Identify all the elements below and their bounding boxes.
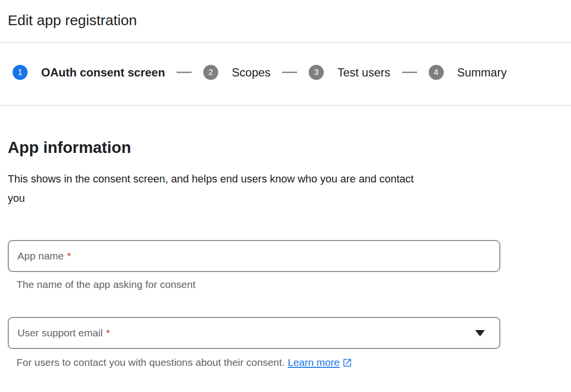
app-name-input[interactable]: App name * (8, 240, 500, 272)
step-1-number-badge: 1 (13, 65, 28, 80)
page-title: Edit app registration (8, 12, 563, 29)
stepper-step-oauth-consent-screen[interactable]: 1 OAuth consent screen (13, 65, 165, 80)
external-link-icon (342, 358, 352, 368)
step-4-number-badge: 4 (429, 65, 444, 80)
user-support-email-helper: For users to contact you with questions … (16, 357, 563, 368)
app-name-field: App name * The name of the app asking fo… (8, 240, 563, 290)
header-divider (0, 42, 571, 43)
step-2-number-badge: 2 (203, 65, 218, 80)
page-header: Edit app registration (0, 0, 571, 29)
step-4-label: Summary (457, 66, 507, 79)
section-description-line2: you (8, 192, 25, 204)
section-description: This shows in the consent screen, and he… (8, 169, 563, 208)
step-3-label: Test users (337, 66, 390, 79)
user-support-email-select[interactable]: User support email * (8, 317, 500, 349)
learn-more-link[interactable]: Learn more (287, 357, 339, 368)
stepper-step-scopes[interactable]: 2 Scopes (203, 65, 270, 80)
required-asterisk: * (106, 327, 110, 339)
stepper-divider (0, 105, 571, 106)
stepper-step-summary[interactable]: 4 Summary (429, 65, 507, 80)
app-information-section: App information This shows in the consen… (0, 138, 571, 368)
user-support-email-label: User support email (17, 327, 103, 339)
stepper-step-test-users[interactable]: 3 Test users (309, 65, 390, 80)
user-support-email-field: User support email * For users to contac… (8, 317, 563, 368)
step-1-label: OAuth consent screen (41, 66, 165, 79)
section-heading: App information (8, 138, 563, 157)
step-separator-dash (282, 72, 297, 73)
user-support-email-helper-text: For users to contact you with questions … (16, 357, 285, 368)
app-name-helper-text: The name of the app asking for consent (16, 279, 563, 290)
step-separator-dash (402, 72, 417, 73)
step-3-number-badge: 3 (309, 65, 324, 80)
edit-app-registration-page: Edit app registration 1 OAuth consent sc… (0, 0, 571, 368)
app-name-input-label: App name (17, 250, 64, 262)
dropdown-caret-icon (475, 330, 485, 336)
step-2-label: Scopes (232, 66, 270, 79)
stepper: 1 OAuth consent screen 2 Scopes 3 Test u… (0, 65, 571, 80)
section-description-line1: This shows in the consent screen, and he… (8, 173, 414, 185)
step-separator-dash (177, 72, 192, 73)
required-asterisk: * (67, 250, 71, 262)
